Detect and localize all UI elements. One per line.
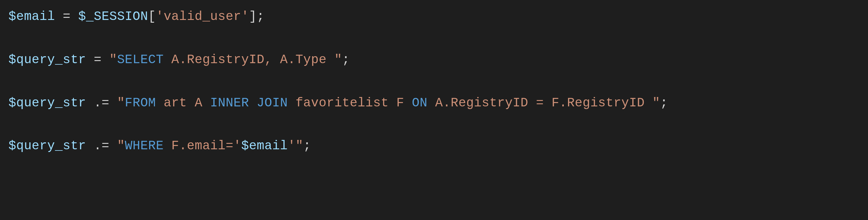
op-concat: .= xyxy=(86,96,117,110)
code-line-1: $email = $_SESSION['valid_user']; xyxy=(8,9,265,24)
op-concat: .= xyxy=(86,139,117,153)
op-assign: = xyxy=(86,53,109,67)
var-session: $_SESSION xyxy=(78,9,148,24)
kw-where: WHERE xyxy=(125,139,164,153)
code-line-3: $query_str = "SELECT A.RegistryID, A.Typ… xyxy=(8,53,350,67)
bracket-close: ] xyxy=(249,9,257,24)
kw-select: SELECT xyxy=(117,53,163,67)
string-literal: 'valid_user' xyxy=(156,9,249,24)
semicolon: ; xyxy=(303,139,311,153)
code-line-7: $query_str .= "WHERE F.email='$email'"; xyxy=(8,139,311,153)
quote-open: " xyxy=(117,139,125,153)
quote-close: " xyxy=(652,96,660,110)
var-email: $email xyxy=(8,9,55,24)
bracket-open: [ xyxy=(148,9,156,24)
var-query: $query_str xyxy=(8,53,86,67)
semicolon: ; xyxy=(342,53,350,67)
string-literal: art A xyxy=(156,96,210,110)
var-query: $query_str xyxy=(8,139,86,153)
string-literal: A.RegistryID, A.Type xyxy=(163,53,334,67)
kw-inner: INNER xyxy=(210,96,249,110)
quote-open: " xyxy=(117,96,125,110)
semicolon: ; xyxy=(257,9,265,24)
string-literal xyxy=(249,96,257,110)
quote-open: " xyxy=(109,53,117,67)
kw-on: ON xyxy=(412,96,427,110)
var-query: $query_str xyxy=(8,96,86,110)
code-line-5: $query_str .= "FROM art A INNER JOIN fav… xyxy=(8,96,668,110)
string-literal: F.email=' xyxy=(163,139,241,153)
code-editor-content: $email = $_SESSION['valid_user']; $query… xyxy=(0,0,868,163)
op-assign: = xyxy=(55,9,78,24)
quote-close: " xyxy=(334,53,342,67)
var-email-interp: $email xyxy=(241,139,288,153)
semicolon: ; xyxy=(660,96,668,110)
string-literal: A.RegistryID = F.RegistryID xyxy=(427,96,652,110)
kw-join: JOIN xyxy=(257,96,288,110)
string-literal: favoritelist F xyxy=(288,96,412,110)
quote-close: " xyxy=(296,139,303,153)
string-literal: ' xyxy=(288,139,296,153)
kw-from: FROM xyxy=(125,96,156,110)
